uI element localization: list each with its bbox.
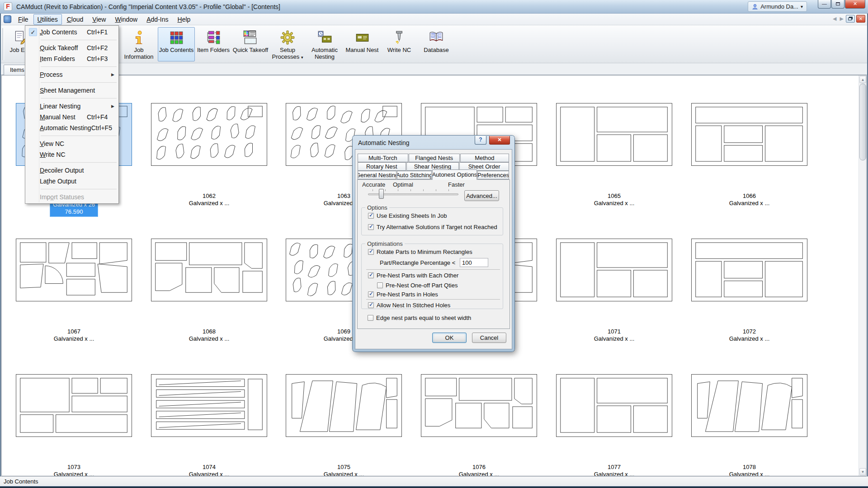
nest-thumbnail-1074[interactable] xyxy=(151,374,267,437)
checked-checkbox[interactable] xyxy=(368,291,374,297)
nest-thumbnail-1068[interactable] xyxy=(151,239,267,301)
scroll-down-icon[interactable]: ▼ xyxy=(859,468,866,475)
checkbox-pre-nest-parts-in-holes[interactable]: Pre-Nest Parts in Holes xyxy=(368,291,438,298)
checkbox-try-alternative-solutions-if-target-not-[interactable]: Try Alternative Solutions if Target not … xyxy=(368,224,497,230)
menu-item-lathe-output[interactable]: Lathe Output xyxy=(26,176,118,187)
tab-general-nesting[interactable]: General Nesting xyxy=(358,171,396,179)
menu-item-linear-nesting[interactable]: Linear Nesting▶ xyxy=(26,101,118,112)
scroll-up-icon[interactable]: ▲ xyxy=(859,76,866,83)
speed-slider-thumb[interactable] xyxy=(379,189,384,199)
nest-thumbnail-1075[interactable] xyxy=(286,374,402,437)
toolbar-job-information-button[interactable]: Job Information xyxy=(120,27,157,61)
menu-item-process[interactable]: Process▶ xyxy=(26,69,118,80)
mdi-child-icon[interactable] xyxy=(4,15,11,23)
advanced-button[interactable]: Advanced... xyxy=(464,190,499,201)
unchecked-checkbox[interactable] xyxy=(368,315,373,321)
close-button[interactable]: ✕ xyxy=(845,0,865,9)
nest-thumbnail-1076[interactable] xyxy=(421,374,537,437)
nest-item-1066[interactable]: 1066Galvanized x ... xyxy=(691,103,807,239)
menubar-cloud[interactable]: Cloud xyxy=(63,14,88,25)
scrollbar-thumb[interactable] xyxy=(859,84,866,160)
vertical-scrollbar[interactable]: ▲ ▼ xyxy=(859,75,866,476)
menu-item-decoiler-output[interactable]: Decoiler Output xyxy=(26,165,118,176)
tab-auto-stitching[interactable]: Auto Stitching xyxy=(397,171,431,179)
mdi-close-button[interactable]: ✕ xyxy=(856,15,865,23)
nest-item-1072[interactable]: 1072Galvanized x ... xyxy=(691,239,807,374)
menu-item-automatic-nesting[interactable]: Automatic NestingCtrl+F5 xyxy=(26,122,118,133)
checkbox-rotate-parts-to-minimum-rectangles[interactable]: Rotate Parts to Minimum Rectangles xyxy=(368,249,472,255)
nest-thumbnail-1073[interactable] xyxy=(16,374,132,437)
tab-rotary-nest[interactable]: Rotary Nest xyxy=(358,162,406,171)
menubar-window[interactable]: Window xyxy=(111,14,142,25)
nest-item-1071[interactable]: 1071Galvanized x ... xyxy=(556,239,672,374)
menu-item-job-contents[interactable]: ✓Job ContentsCtrl+F1 xyxy=(26,27,118,38)
toolbar-manual-nest-button[interactable]: Manual Nest xyxy=(344,27,381,61)
menubar-add-ins[interactable]: Add-Ins xyxy=(142,14,172,25)
cancel-button[interactable]: Cancel xyxy=(472,333,506,343)
nest-thumbnail-1066[interactable] xyxy=(691,103,807,166)
checkbox-pre-nest-one-off-part-qties[interactable]: Pre-Nest One-off Part Qties xyxy=(377,282,458,289)
menu-item-sheet-management[interactable]: Sheet Management xyxy=(26,85,118,96)
menubar-utilities[interactable]: Utilities xyxy=(33,14,62,25)
menu-item-item-folders[interactable]: Item FoldersCtrl+F3 xyxy=(26,53,118,64)
checkbox-edge-nest-parts[interactable]: Edge nest parts equal to sheet width xyxy=(368,314,471,321)
checkbox-use-existing-sheets-in-job[interactable]: Use Existing Sheets In Job xyxy=(368,212,447,219)
toolbar-database-button[interactable]: Database xyxy=(418,27,455,61)
ok-button[interactable]: OK xyxy=(432,333,467,343)
nest-item-1065[interactable]: 1065Galvanized x ... xyxy=(556,103,672,239)
nest-item-1077[interactable]: 1077Galvanized x ... xyxy=(556,374,672,476)
checked-checkbox[interactable] xyxy=(368,224,374,230)
help-icon[interactable]: ? xyxy=(475,136,486,145)
dialog-close-icon[interactable]: ✕ xyxy=(489,136,510,145)
part-rectangle-percentage-field[interactable]: 100 xyxy=(460,258,488,267)
menu-item-quick-takeoff[interactable]: Quick TakeoffCtrl+F2 xyxy=(26,42,118,53)
tab-multi-torch[interactable]: Multi-Torch xyxy=(358,154,408,162)
nav-back-icon[interactable]: ◀ xyxy=(832,16,837,22)
menubar-file[interactable]: File xyxy=(14,14,33,25)
nest-thumbnail-1062[interactable] xyxy=(151,103,267,166)
toolbar-item-folders-button[interactable]: Item Folders xyxy=(195,27,232,61)
menu-item-import-statuses[interactable]: Import Statuses xyxy=(26,192,118,202)
toolbar-setup-processes-button[interactable]: Setup Processes ▾ xyxy=(269,27,306,61)
toolbar-automatic-nesting-button[interactable]: Automatic Nesting xyxy=(306,27,343,61)
checked-checkbox[interactable] xyxy=(368,302,374,308)
nest-item-1075[interactable]: 1075Galvanized x ... xyxy=(286,374,402,476)
nest-thumbnail-1077[interactable] xyxy=(556,374,672,437)
tab-autonest-options[interactable]: Autonest Options xyxy=(432,169,477,180)
tab-flanged-nests[interactable]: Flanged Nests xyxy=(409,154,460,162)
toolbar-quick-takeoff-button[interactable]: Quick Takeoff xyxy=(232,27,269,61)
checkbox-allow-nest-in-stitched-holes[interactable]: Allow Nest In Stitched Holes xyxy=(368,302,450,309)
nest-item-1078[interactable]: 1078Galvanized x ... xyxy=(691,374,807,476)
menubar-help[interactable]: Help xyxy=(174,14,195,25)
menu-item-view-nc[interactable]: View NC xyxy=(26,138,118,149)
toolbar-write-nc-button[interactable]: Write NC xyxy=(381,27,418,61)
nest-item-1073[interactable]: 1073Galvanized x ... xyxy=(16,374,132,476)
nest-item-1074[interactable]: 1074Galvanized x ... xyxy=(151,374,267,476)
tab-preferences[interactable]: Preferences xyxy=(477,171,509,179)
nest-thumbnail-1067[interactable] xyxy=(16,239,132,301)
menubar-view[interactable]: View xyxy=(88,14,110,25)
nest-thumbnail-1072[interactable] xyxy=(691,239,807,301)
checked-checkbox[interactable] xyxy=(368,272,374,278)
toolbar-job-contents-button[interactable]: Job Contents xyxy=(158,27,195,61)
nest-item-1067[interactable]: 1067Galvanized x ... xyxy=(16,239,132,374)
maximize-button[interactable] xyxy=(831,0,844,9)
mdi-restore-button[interactable] xyxy=(846,15,855,23)
nav-forward-icon[interactable]: ▶ xyxy=(839,16,844,22)
unchecked-checkbox[interactable] xyxy=(377,282,383,288)
nest-item-1076[interactable]: 1076Galvanized x ... xyxy=(421,374,537,476)
dialog-body: Multi-TorchFlanged NestsMethodRotary Nes… xyxy=(355,149,512,349)
nest-thumbnail-1071[interactable] xyxy=(556,239,672,301)
tab-method[interactable]: Method xyxy=(460,154,509,162)
nest-item-1062[interactable]: 1062Galvanized x ... xyxy=(151,103,267,239)
nest-item-1068[interactable]: 1068Galvanized x ... xyxy=(151,239,267,374)
menu-item-manual-nest[interactable]: Manual NestCtrl+F4 xyxy=(26,112,118,122)
nest-thumbnail-1065[interactable] xyxy=(556,103,672,166)
minimize-button[interactable]: — xyxy=(818,0,831,9)
checked-checkbox[interactable] xyxy=(368,213,374,219)
nest-thumbnail-1078[interactable] xyxy=(691,374,807,437)
user-account-button[interactable]: Armundo Da... ▾ xyxy=(748,1,807,12)
menu-item-write-nc[interactable]: Write NC xyxy=(26,149,118,160)
checked-checkbox[interactable] xyxy=(368,249,374,255)
checkbox-pre-nest-parts-with-each-other[interactable]: Pre-Nest Parts with Each Other xyxy=(368,272,458,279)
